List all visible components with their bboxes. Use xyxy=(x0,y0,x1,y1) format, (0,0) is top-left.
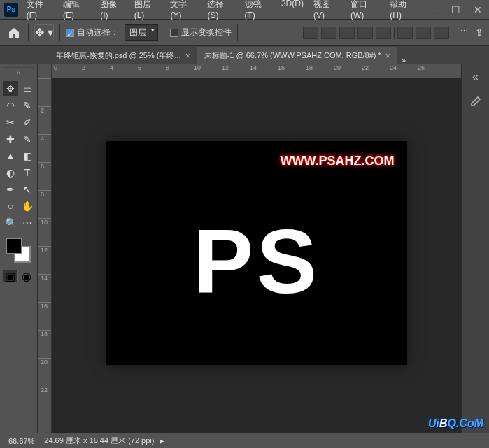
close-icon[interactable]: × xyxy=(385,51,390,61)
tab-document-1[interactable]: 年终钜惠-恢复的.psd @ 25% (年终... × xyxy=(49,47,197,64)
close-icon[interactable]: × xyxy=(185,51,190,61)
quick-mask-mode[interactable]: ◉ xyxy=(20,270,35,282)
more-tools[interactable]: ⋯ xyxy=(20,215,35,231)
distribute-icon[interactable] xyxy=(416,27,431,39)
standard-mode[interactable]: ▣ xyxy=(3,270,18,282)
divider xyxy=(28,24,29,41)
chevron-right-icon: ▶ xyxy=(160,438,164,445)
menu-view[interactable]: 视图(V) xyxy=(309,0,345,23)
document-dimensions[interactable]: 24.69 厘米 x 16.44 厘米 (72 ppi) ▶ xyxy=(44,435,164,446)
site-watermark: UiBQ.CoM xyxy=(428,417,483,430)
gradient-tool[interactable]: ◐ xyxy=(3,165,18,180)
menu-help[interactable]: 帮助(H) xyxy=(385,0,422,23)
main-menu: 文件(F) 编辑(E) 图像(I) 图层(L) 文字(Y) 选择(S) 滤镜(T… xyxy=(22,0,422,23)
ruler-corner[interactable] xyxy=(38,64,52,78)
show-transform-checkbox[interactable]: 显示变换控件 xyxy=(170,27,232,38)
ruler-horizontal[interactable]: 024 6810 121416 182022 2426 xyxy=(52,64,461,78)
main-text-layer[interactable]: PS xyxy=(193,209,320,314)
healing-tool[interactable]: ✚ xyxy=(3,131,18,147)
crop-tool[interactable]: ✂ xyxy=(3,115,18,130)
menu-layer[interactable]: 图层(L) xyxy=(130,0,165,23)
align-icon[interactable] xyxy=(357,27,373,39)
checkbox-icon xyxy=(170,29,178,37)
menu-3d[interactable]: 3D(D) xyxy=(277,0,308,23)
tab-document-2[interactable]: 未标题-1 @ 66.7% (WWW.PSAHZ.COM, RGB/8#) * … xyxy=(197,47,397,64)
align-icons-group: ⋯ ⇪ xyxy=(303,27,483,39)
align-icon[interactable] xyxy=(376,27,391,39)
app-logo: Ps xyxy=(4,3,18,17)
pen-tool[interactable]: ✒ xyxy=(3,182,18,197)
align-icon[interactable] xyxy=(339,27,355,39)
hand-tool[interactable]: ✋ xyxy=(20,198,35,214)
spacer xyxy=(452,27,458,39)
brush-tool[interactable]: ✎ xyxy=(20,131,35,147)
move-tool-indicator[interactable]: ✥ ▾ xyxy=(34,24,54,41)
menu-image[interactable]: 图像(I) xyxy=(96,0,129,23)
right-panel: « xyxy=(461,64,489,433)
auto-select-dropdown[interactable]: 图层 xyxy=(125,24,158,41)
close-button[interactable]: ✕ xyxy=(467,0,489,20)
document-tabs: 年终钜惠-恢复的.psd @ 25% (年终... × 未标题-1 @ 66.7… xyxy=(0,46,489,64)
type-tool[interactable]: T xyxy=(20,165,35,180)
checkbox-icon: ✓ xyxy=(66,29,74,37)
canvas-viewport[interactable]: WWW.PSAHZ.COM PS xyxy=(52,78,461,433)
move-tool[interactable]: ✥ xyxy=(3,81,18,96)
zoom-tool[interactable]: 🔍 xyxy=(3,215,18,231)
tab-label: 年终钜惠-恢复的.psd @ 25% (年终... xyxy=(56,50,181,61)
toolbox: « ✥ ▭ ◠ ✎ ✂ ✐ ✚ ✎ ▲ ◧ ◐ T ✒ ↖ ○ ✋ 🔍 ⋯ ▣ xyxy=(0,64,38,433)
menu-file[interactable]: 文件(F) xyxy=(22,0,57,23)
tab-overflow[interactable]: » xyxy=(397,56,410,64)
home-icon[interactable] xyxy=(6,24,22,41)
divider xyxy=(164,24,164,41)
canvas-area: 024 6810 121416 182022 2426 24 6810 1214… xyxy=(38,64,461,433)
distribute-icon[interactable] xyxy=(397,27,413,39)
ruler-vertical[interactable]: 24 6810 121416 182022 xyxy=(38,78,52,433)
more-options[interactable]: ⋯ xyxy=(460,27,468,39)
minimize-button[interactable]: ─ xyxy=(422,0,444,20)
toolbox-collapse[interactable]: « xyxy=(3,67,34,78)
watermark-text[interactable]: WWW.PSAHZ.COM xyxy=(281,154,395,168)
canvas[interactable]: WWW.PSAHZ.COM PS xyxy=(106,141,407,365)
menu-filter[interactable]: 滤镜(T) xyxy=(241,0,276,23)
window-controls: ─ ☐ ✕ xyxy=(422,0,489,20)
options-bar: ✥ ▾ ✓ 自动选择： 图层 显示变换控件 ⋯ ⇪ xyxy=(0,20,489,46)
menu-edit[interactable]: 编辑(E) xyxy=(59,0,94,23)
titlebar: Ps 文件(F) 编辑(E) 图像(I) 图层(L) 文字(Y) 选择(S) 滤… xyxy=(0,0,489,20)
eraser-tool[interactable]: ◧ xyxy=(20,148,35,164)
clone-tool[interactable]: ▲ xyxy=(3,148,18,164)
shape-tool[interactable]: ○ xyxy=(3,198,18,214)
distribute-icon[interactable] xyxy=(434,27,449,39)
color-swatches[interactable] xyxy=(3,238,34,266)
align-icon[interactable] xyxy=(303,27,318,39)
align-icon[interactable] xyxy=(321,27,336,39)
foreground-color-swatch[interactable] xyxy=(6,238,22,254)
menu-text[interactable]: 文字(Y) xyxy=(166,0,201,23)
auto-select-label: 自动选择： xyxy=(77,27,119,38)
mask-modes: ▣ ◉ xyxy=(3,270,34,282)
status-bar: 66.67% 24.69 厘米 x 16.44 厘米 (72 ppi) ▶ xyxy=(0,433,489,448)
path-select-tool[interactable]: ↖ xyxy=(20,182,35,197)
auto-select-checkbox[interactable]: ✓ 自动选择： xyxy=(66,27,119,38)
menu-select[interactable]: 选择(S) xyxy=(203,0,239,23)
show-transform-label: 显示变换控件 xyxy=(181,27,232,38)
eyedropper-tool[interactable]: ✐ xyxy=(20,115,35,130)
tab-label: 未标题-1 @ 66.7% (WWW.PSAHZ.COM, RGB/8#) * xyxy=(204,50,381,61)
main-area: « ✥ ▭ ◠ ✎ ✂ ✐ ✚ ✎ ▲ ◧ ◐ T ✒ ↖ ○ ✋ 🔍 ⋯ ▣ xyxy=(0,64,489,433)
marquee-tool[interactable]: ▭ xyxy=(20,81,35,96)
lasso-tool[interactable]: ◠ xyxy=(3,98,18,113)
edit-pencil-icon[interactable] xyxy=(467,92,484,106)
menu-window[interactable]: 窗口(W) xyxy=(346,0,384,23)
share-icon[interactable]: ⇪ xyxy=(475,27,483,39)
maximize-button[interactable]: ☐ xyxy=(444,0,467,20)
divider xyxy=(59,24,60,41)
panel-expand-icon[interactable]: « xyxy=(467,70,484,84)
divider xyxy=(237,24,238,41)
zoom-level[interactable]: 66.67% xyxy=(8,437,34,445)
divider xyxy=(394,27,395,39)
quick-select-tool[interactable]: ✎ xyxy=(20,98,35,113)
